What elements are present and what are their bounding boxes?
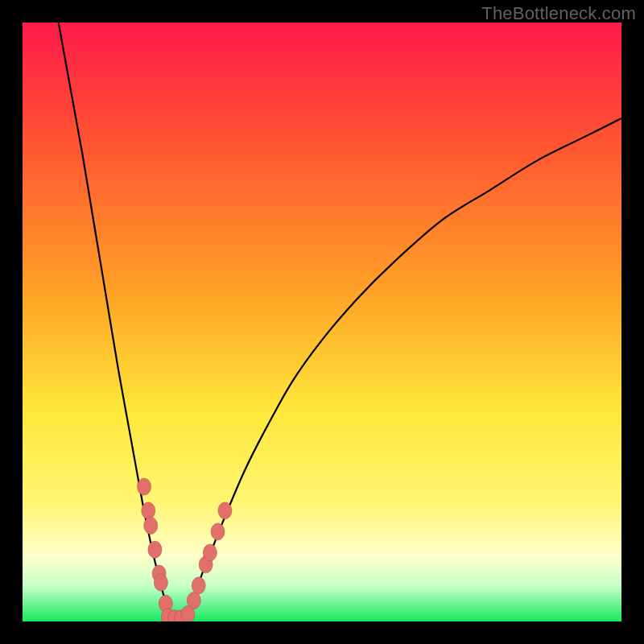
gradient-background xyxy=(23,23,621,621)
data-dot xyxy=(142,502,155,519)
data-dot xyxy=(192,577,205,594)
chart-svg xyxy=(23,23,621,621)
data-dot xyxy=(138,478,151,495)
outer-frame: TheBottleneck.com xyxy=(0,0,644,644)
data-dot xyxy=(181,606,195,621)
data-dot xyxy=(144,517,158,534)
data-dot xyxy=(218,502,232,519)
data-dot xyxy=(148,541,162,558)
data-dot xyxy=(154,574,167,591)
watermark-text: TheBottleneck.com xyxy=(481,3,636,24)
plot-area xyxy=(23,23,621,621)
data-dot xyxy=(211,523,225,540)
data-dot xyxy=(203,544,217,561)
